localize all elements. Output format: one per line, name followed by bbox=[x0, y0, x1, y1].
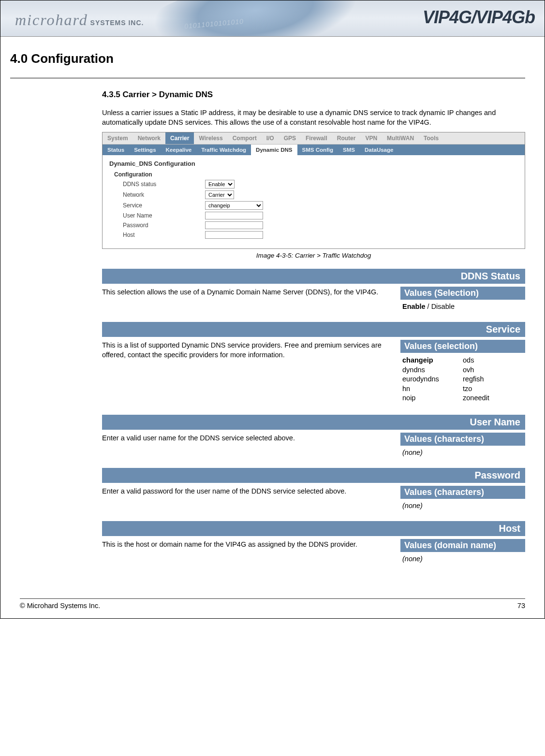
host-label: Host bbox=[123, 232, 205, 238]
screenshot-main-tabs: SystemNetworkCarrierWirelessComportI/OGP… bbox=[103, 132, 525, 145]
username-label: User Name bbox=[123, 212, 205, 219]
main-tab-router[interactable]: Router bbox=[332, 132, 361, 144]
screenshot-row-service: Service changeip bbox=[123, 201, 518, 210]
host-input[interactable] bbox=[205, 231, 263, 239]
main-tab-i/o[interactable]: I/O bbox=[262, 132, 279, 144]
screenshot-subheading: Configuration bbox=[114, 171, 518, 178]
config-screenshot: SystemNetworkCarrierWirelessComportI/OGP… bbox=[102, 132, 525, 249]
param-header: User Name bbox=[102, 415, 525, 430]
header-banner: 01011010101010 microhard SYSTEMS INC. VI… bbox=[0, 0, 545, 37]
screenshot-sub-tabs: StatusSettingsKeepaliveTraffic WatchdogD… bbox=[103, 145, 525, 155]
footer-copyright: © Microhard Systems Inc. bbox=[20, 602, 100, 610]
param-header: Host bbox=[102, 521, 525, 536]
sub-tab-sms[interactable]: SMS bbox=[338, 145, 360, 155]
param-description: Enter a valid password for the user name… bbox=[102, 486, 391, 510]
ddns-status-select[interactable]: Enable bbox=[205, 180, 235, 189]
banner-wave-graphic bbox=[132, 0, 382, 37]
brand-main: microhard bbox=[15, 11, 88, 29]
screenshot-row-host: Host bbox=[123, 231, 518, 239]
param-values-box: Values (characters)(none) bbox=[400, 486, 525, 510]
values-header: Values (characters) bbox=[400, 433, 525, 446]
param-header: DDNS Status bbox=[102, 269, 525, 284]
sub-tab-traffic-watchdog[interactable]: Traffic Watchdog bbox=[196, 145, 251, 155]
values-header: Values (characters) bbox=[400, 486, 525, 499]
password-label: Password bbox=[123, 222, 205, 229]
param-values-box: Values (Selection)Enable / Disable bbox=[400, 287, 525, 311]
main-tab-firewall[interactable]: Firewall bbox=[301, 132, 332, 144]
section-title: 4.3.5 Carrier > Dynamic DNS bbox=[102, 90, 525, 100]
values-content: Enable / Disable bbox=[400, 300, 525, 311]
service-select[interactable]: changeip bbox=[205, 201, 263, 210]
username-input[interactable] bbox=[205, 212, 263, 219]
screenshot-row-network: Network Carrier bbox=[123, 190, 518, 199]
values-content: (none) bbox=[400, 499, 525, 510]
param-block-ddns-status: DDNS StatusThis selection allows the use… bbox=[102, 269, 525, 311]
main-tab-vpn[interactable]: VPN bbox=[360, 132, 382, 144]
param-values-box: Values (domain name)(none) bbox=[400, 539, 525, 564]
network-select[interactable]: Carrier bbox=[205, 190, 234, 199]
password-input[interactable] bbox=[205, 221, 263, 229]
param-description: This selection allows the use of a Dynam… bbox=[102, 287, 391, 311]
image-caption: Image 4-3-5: Carrier > Traffic Watchdog bbox=[102, 252, 525, 259]
screenshot-heading: Dynamic_DNS Configuration bbox=[109, 160, 518, 167]
footer-page-number: 73 bbox=[517, 602, 525, 610]
service-label: Service bbox=[123, 202, 205, 209]
values-content: changeipdyndnseurodyndnshnnoipodsovhregf… bbox=[400, 353, 525, 404]
network-label: Network bbox=[123, 191, 205, 198]
main-tab-wireless[interactable]: Wireless bbox=[194, 132, 227, 144]
sub-tab-status[interactable]: Status bbox=[103, 145, 129, 155]
footer-rule bbox=[20, 598, 525, 599]
product-name: VIP4G/VIP4Gb bbox=[423, 7, 535, 28]
page-footer: © Microhard Systems Inc. 73 bbox=[0, 602, 545, 618]
values-header: Values (selection) bbox=[400, 340, 525, 353]
param-header: Service bbox=[102, 322, 525, 337]
param-description: This is a list of supported Dynamic DNS … bbox=[102, 340, 391, 404]
param-values-box: Values (selection)changeipdyndnseurodynd… bbox=[400, 340, 525, 404]
sub-tab-settings[interactable]: Settings bbox=[129, 145, 161, 155]
sub-tab-keepalive[interactable]: Keepalive bbox=[161, 145, 197, 155]
main-tab-tools[interactable]: Tools bbox=[419, 132, 443, 144]
brand-sub: SYSTEMS INC. bbox=[88, 19, 144, 27]
param-block-password: PasswordEnter a valid password for the u… bbox=[102, 468, 525, 510]
sub-tab-sms-config[interactable]: SMS Config bbox=[297, 145, 339, 155]
values-header: Values (domain name) bbox=[400, 539, 525, 552]
param-block-host: HostThis is the host or domain name for … bbox=[102, 521, 525, 564]
main-tab-comport[interactable]: Comport bbox=[228, 132, 262, 144]
param-block-service: ServiceThis is a list of supported Dynam… bbox=[102, 322, 525, 404]
chapter-title: 4.0 Configuration bbox=[10, 51, 525, 66]
screenshot-row-password: Password bbox=[123, 221, 518, 229]
chapter-rule bbox=[10, 78, 525, 78]
brand-logo-left: microhard SYSTEMS INC. bbox=[15, 11, 144, 29]
main-tab-network[interactable]: Network bbox=[133, 132, 165, 144]
main-tab-multiwan[interactable]: MultiWAN bbox=[382, 132, 419, 144]
ddns-status-label: DDNS status bbox=[123, 181, 205, 188]
main-tab-system[interactable]: System bbox=[103, 132, 133, 144]
main-tab-gps[interactable]: GPS bbox=[279, 132, 301, 144]
values-content: (none) bbox=[400, 446, 525, 457]
sub-tab-datausage[interactable]: DataUsage bbox=[360, 145, 398, 155]
sub-tab-dynamic-dns[interactable]: Dynamic DNS bbox=[251, 145, 297, 155]
param-values-box: Values (characters)(none) bbox=[400, 433, 525, 457]
screenshot-row-username: User Name bbox=[123, 212, 518, 219]
screenshot-row-ddns-status: DDNS status Enable bbox=[123, 180, 518, 189]
param-block-user-name: User NameEnter a valid user name for the… bbox=[102, 415, 525, 457]
values-content: (none) bbox=[400, 552, 525, 564]
param-description: Enter a valid user name for the DDNS ser… bbox=[102, 433, 391, 457]
main-tab-carrier[interactable]: Carrier bbox=[165, 132, 194, 144]
param-header: Password bbox=[102, 468, 525, 483]
param-description: This is the host or domain name for the … bbox=[102, 539, 391, 564]
values-header: Values (Selection) bbox=[400, 287, 525, 300]
intro-paragraph: Unless a carrier issues a Static IP addr… bbox=[102, 108, 525, 127]
